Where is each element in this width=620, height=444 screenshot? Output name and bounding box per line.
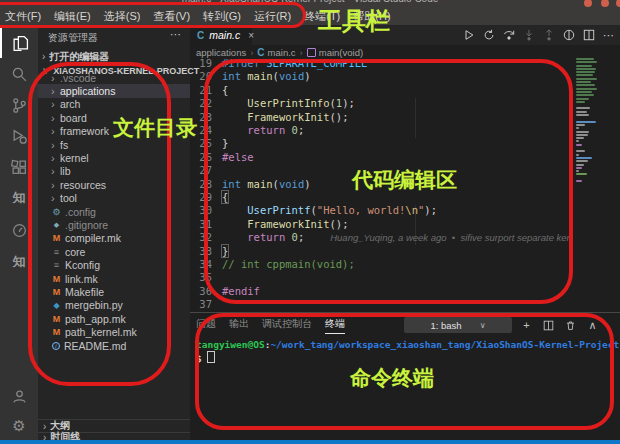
settings-gear-icon[interactable]: ⚙ <box>0 411 38 441</box>
annotation-editor-label: 代码编辑区 <box>352 166 457 194</box>
minimap-line <box>576 131 589 133</box>
status-bar <box>0 440 620 444</box>
minimap-line <box>576 173 587 175</box>
step-out-icon[interactable] <box>542 29 555 42</box>
minimap-line <box>576 101 585 103</box>
symbol-method-icon <box>307 48 316 57</box>
minimap-line <box>576 107 590 109</box>
run-icon[interactable] <box>462 29 475 42</box>
minimap-line <box>576 134 588 136</box>
chevron-right-icon: › <box>250 47 253 58</box>
breadcrumb-item[interactable]: main(void) <box>307 47 363 58</box>
vscode-window: main.c - XiaoShanOS-Kernel-Project - Vis… <box>0 0 620 444</box>
explorer-icon[interactable] <box>0 28 38 58</box>
breadcrumb-item[interactable]: applications <box>196 47 246 58</box>
minimap-line <box>576 111 587 113</box>
minimap-line <box>576 94 594 96</box>
minimap-line <box>576 140 579 142</box>
annotation-files-label: 文件目录 <box>113 114 197 142</box>
minimap-line <box>576 137 584 139</box>
restart-icon[interactable] <box>482 29 495 42</box>
minimap-line <box>576 78 597 80</box>
sidebar-title: 资源管理器 <box>48 31 98 45</box>
minimap-line <box>576 71 595 73</box>
breadcrumb-label: main.c <box>268 47 296 58</box>
annotation-toolbar-label: 工具栏 <box>318 5 390 37</box>
editor-actions: ⋯ <box>462 27 615 43</box>
tab-close-icon[interactable]: × <box>248 30 254 41</box>
sidebar-more-actions-icon[interactable]: ⋯ <box>170 28 182 41</box>
minimap-line <box>576 121 596 123</box>
minimap-line <box>576 157 592 159</box>
run-coverage-icon[interactable] <box>562 29 575 42</box>
minimap-line <box>576 88 597 90</box>
line-number: 37 <box>190 298 212 311</box>
minimap-line <box>576 74 593 76</box>
minimap-line <box>576 127 579 129</box>
minimap-line <box>576 154 579 156</box>
minimap-line <box>576 124 585 126</box>
breadcrumb-label: main(void) <box>319 47 363 58</box>
minimap-line <box>576 160 588 162</box>
minimize-icon[interactable] <box>584 0 592 7</box>
annotation-toolbar-outline <box>0 2 306 28</box>
minimap-line <box>576 84 595 86</box>
annotation-terminal-label: 命令终端 <box>350 364 434 392</box>
annotation-files-outline <box>28 62 171 386</box>
minimap-line <box>576 114 589 116</box>
close-icon[interactable] <box>616 0 620 7</box>
minimap-line <box>576 98 589 100</box>
minimap-line <box>576 144 582 146</box>
step-into-icon[interactable] <box>522 29 535 42</box>
chevron-right-icon: › <box>300 47 303 58</box>
minimap-line <box>576 167 582 169</box>
step-over-icon[interactable] <box>502 29 515 42</box>
minimap-line <box>576 68 596 70</box>
minimap-line <box>576 65 592 67</box>
c-file-icon: C <box>257 47 264 58</box>
minimap-line <box>576 164 584 166</box>
more-actions-icon[interactable]: ⋯ <box>602 29 615 42</box>
split-editor-icon[interactable] <box>582 29 595 42</box>
maximize-icon[interactable] <box>601 0 609 7</box>
minimap-line <box>576 81 591 83</box>
line-number: 19 <box>190 57 212 70</box>
minimap[interactable] <box>576 58 602 183</box>
c-file-icon: C <box>197 30 204 41</box>
minimap-line <box>576 150 585 152</box>
breadcrumb-label: applications <box>196 47 246 58</box>
minimap-line <box>576 61 597 63</box>
minimap-line <box>576 170 579 172</box>
account-icon[interactable] <box>0 381 38 411</box>
breadcrumb-item[interactable]: Cmain.c <box>257 47 295 58</box>
chevron-right-icon: › <box>43 421 46 432</box>
minimap-line <box>576 91 592 93</box>
minimap-line <box>576 180 582 182</box>
minimap-line <box>576 58 594 60</box>
tab-main-c[interactable]: C main.c × <box>190 25 253 45</box>
